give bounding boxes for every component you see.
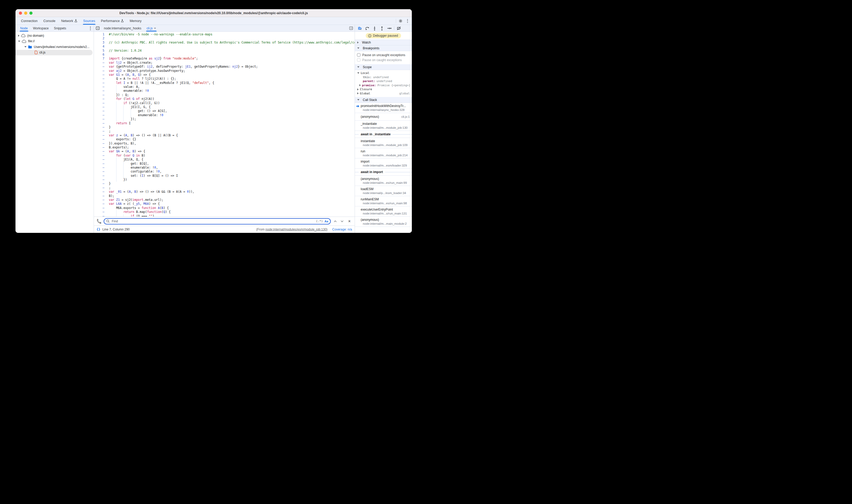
- source-origin-link[interactable]: node:internal/modules/esm/module_job:130: [265, 228, 326, 231]
- line-gutter[interactable]: –: [94, 182, 104, 186]
- call-stack-frame[interactable]: (anonymous)node:internal/m...es/run_main…: [355, 176, 412, 186]
- scope-section-header[interactable]: Scope: [355, 64, 412, 70]
- line-gutter[interactable]: –: [94, 186, 104, 190]
- show-right-drawer-button[interactable]: [347, 25, 355, 32]
- call-stack-frame[interactable]: promiseInitHookWithDestroyTr...node:inte…: [355, 103, 412, 113]
- line-gutter[interactable]: –: [94, 65, 104, 69]
- pause-caught-row[interactable]: Pause on caught exceptions: [357, 57, 412, 62]
- chevron-right-icon[interactable]: [18, 35, 19, 37]
- chevron-down-icon[interactable]: [357, 72, 359, 74]
- line-gutter[interactable]: –: [94, 61, 104, 65]
- main-tab-connection[interactable]: Connection: [18, 17, 40, 25]
- call-stack-frame[interactable]: (anonymous)cli.js:1: [355, 113, 412, 121]
- call-stack-frame[interactable]: loadESMnode:internal/p.../esm_loader:34: [355, 186, 412, 196]
- line-gutter[interactable]: –: [94, 142, 104, 146]
- line-gutter[interactable]: –: [94, 73, 104, 77]
- chevron-right-icon[interactable]: [357, 88, 359, 90]
- call-stack-frame[interactable]: runMainESMnode:internal/m...es/run_main:…: [355, 196, 412, 206]
- step-over-button[interactable]: [364, 25, 371, 31]
- navigator-tab-workspace[interactable]: Workspace: [31, 25, 51, 32]
- minimize-window-button[interactable]: [24, 12, 27, 15]
- code-viewer[interactable]: 1#!/usr/bin/env -S node --no-warnings --…: [94, 32, 355, 217]
- regex-toggle-button[interactable]: (.*): [316, 219, 323, 223]
- step-button[interactable]: [386, 25, 393, 31]
- call-stack-section-header[interactable]: Call Stack: [355, 97, 412, 103]
- call-stack-frame[interactable]: executeUserEntryPointnode:internal/m...s…: [355, 206, 412, 217]
- line-gutter[interactable]: –: [94, 178, 104, 182]
- line-gutter[interactable]: –: [94, 129, 104, 133]
- line-gutter[interactable]: –: [94, 133, 104, 138]
- scope-group-global[interactable]: Globalglobal: [355, 91, 412, 96]
- call-stack-frame[interactable]: importnode:internal/m...esm/loader:329: [355, 158, 412, 168]
- navigator-tab-snippets[interactable]: Snippets: [51, 25, 69, 32]
- scope-property-parent[interactable]: parent:undefined: [355, 79, 412, 84]
- line-gutter[interactable]: –: [94, 162, 104, 166]
- line-gutter[interactable]: –: [94, 101, 104, 105]
- line-gutter[interactable]: –: [94, 125, 104, 129]
- line-gutter[interactable]: –: [94, 154, 104, 158]
- scope-property-this[interactable]: this:undefined: [355, 75, 412, 79]
- replace-toggle-button[interactable]: A B: [96, 219, 102, 224]
- close-window-button[interactable]: [19, 12, 22, 15]
- main-tab-memory[interactable]: Memory: [127, 17, 144, 25]
- line-gutter[interactable]: –: [94, 117, 104, 121]
- tree-item-users-jinhuilee-nvm-versions-node-v2-[interactable]: Users/jinhuilee/.nvm/versions/node/v2...: [16, 44, 94, 50]
- settings-button[interactable]: [397, 17, 404, 25]
- chevron-down-icon[interactable]: [18, 41, 20, 42]
- main-tab-sources[interactable]: Sources: [80, 17, 98, 25]
- find-next-button[interactable]: [340, 220, 344, 222]
- breakpoints-section-header[interactable]: Breakpoints: [355, 46, 412, 51]
- line-gutter[interactable]: –: [94, 81, 104, 85]
- tree-item-file-[interactable]: file://: [16, 39, 94, 44]
- chevron-right-icon[interactable]: [359, 84, 361, 86]
- pretty-print-icon[interactable]: {}: [96, 228, 100, 231]
- line-gutter[interactable]: –: [94, 138, 104, 141]
- line-gutter[interactable]: 6: [94, 53, 104, 57]
- scope-group-local[interactable]: Local: [355, 71, 412, 75]
- close-tab-icon[interactable]: ×: [154, 26, 156, 30]
- watch-section-header[interactable]: Watch: [355, 40, 412, 46]
- deactivate-breakpoints-button[interactable]: [395, 25, 403, 31]
- main-tab-network[interactable]: Network: [58, 17, 80, 25]
- scope-group-closure[interactable]: Closure: [355, 87, 412, 91]
- line-gutter[interactable]: 3: [94, 41, 104, 44]
- find-previous-button[interactable]: [333, 220, 338, 222]
- zoom-window-button[interactable]: [29, 12, 33, 15]
- coverage-status[interactable]: Coverage: n/a: [332, 228, 352, 231]
- editor-tab-node-internal-async-hooks[interactable]: node:internal/async_hooks: [101, 25, 144, 32]
- line-gutter[interactable]: 4: [94, 44, 104, 49]
- pause-uncaught-row[interactable]: Pause on uncaught exceptions: [357, 52, 412, 57]
- more-options-button[interactable]: [404, 17, 411, 25]
- match-case-toggle-button[interactable]: Aa: [324, 220, 328, 223]
- line-gutter[interactable]: –: [94, 206, 104, 210]
- navigator-tab-node[interactable]: Node: [18, 25, 31, 32]
- chevron-down-icon[interactable]: [24, 46, 26, 48]
- editor-tab-cli-js[interactable]: cli.js×: [144, 25, 159, 32]
- line-gutter[interactable]: 2: [94, 36, 104, 40]
- line-gutter[interactable]: –: [94, 198, 104, 202]
- line-gutter[interactable]: –: [94, 194, 104, 198]
- main-tab-performance[interactable]: Performance: [98, 17, 127, 25]
- line-gutter[interactable]: –: [94, 190, 104, 194]
- line-gutter[interactable]: –: [94, 77, 104, 81]
- resume-button[interactable]: [356, 25, 363, 31]
- line-gutter[interactable]: –: [94, 158, 104, 162]
- tree-item-cli-js[interactable]: cli.js: [16, 50, 93, 56]
- close-find-bar-button[interactable]: ×: [347, 219, 352, 224]
- chevron-right-icon[interactable]: [357, 92, 359, 94]
- line-gutter[interactable]: –: [94, 214, 104, 217]
- line-gutter[interactable]: 7: [94, 57, 104, 60]
- line-gutter[interactable]: –: [94, 146, 104, 149]
- line-gutter[interactable]: –: [94, 210, 104, 214]
- line-gutter[interactable]: –: [94, 166, 104, 170]
- step-out-button[interactable]: [378, 25, 385, 31]
- tree-item--no-domain-[interactable]: (no domain): [16, 33, 94, 39]
- line-gutter[interactable]: –: [94, 89, 104, 93]
- line-gutter[interactable]: –: [94, 170, 104, 174]
- navigator-more-button[interactable]: [87, 25, 94, 32]
- main-tab-console[interactable]: Console: [40, 17, 58, 25]
- hide-navigator-button[interactable]: [94, 25, 101, 32]
- call-stack-frame[interactable]: runnode:internal/m...module_job:214: [355, 148, 412, 158]
- checkbox-icon[interactable]: [357, 58, 360, 61]
- line-gutter[interactable]: –: [94, 109, 104, 113]
